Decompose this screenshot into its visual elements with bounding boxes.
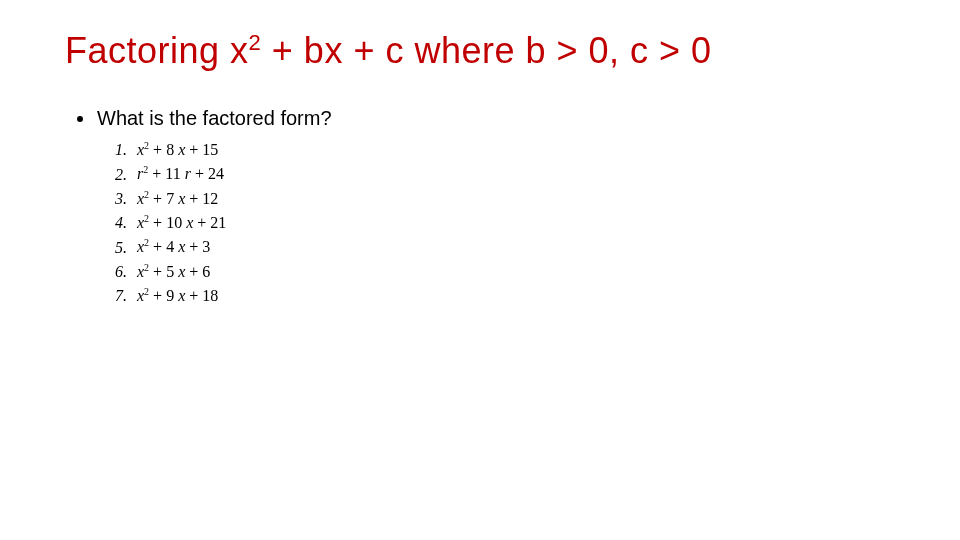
- item-number: 1.: [115, 138, 137, 162]
- list-item: 2.r2 + 11 r + 24: [115, 162, 895, 186]
- problem-list: 1.x2 + 8 x + 152.r2 + 11 r + 243.x2 + 7 …: [115, 138, 895, 308]
- title-prefix: Factoring x: [65, 30, 249, 71]
- item-expression: x2 + 7 x + 12: [137, 187, 218, 211]
- question-row: What is the factored form?: [77, 107, 895, 130]
- item-number: 2.: [115, 163, 137, 187]
- item-number: 3.: [115, 187, 137, 211]
- item-expression: x2 + 5 x + 6: [137, 260, 210, 284]
- title-suffix: + bx + c where b > 0, c > 0: [261, 30, 711, 71]
- list-item: 3.x2 + 7 x + 12: [115, 187, 895, 211]
- list-item: 5.x2 + 4 x + 3: [115, 235, 895, 259]
- item-number: 7.: [115, 284, 137, 308]
- item-expression: x2 + 9 x + 18: [137, 284, 218, 308]
- page-title: Factoring x2 + bx + c where b > 0, c > 0: [65, 30, 895, 72]
- list-item: 1.x2 + 8 x + 15: [115, 138, 895, 162]
- item-number: 6.: [115, 260, 137, 284]
- list-item: 6.x2 + 5 x + 6: [115, 260, 895, 284]
- item-expression: r2 + 11 r + 24: [137, 162, 224, 186]
- list-item: 7.x2 + 9 x + 18: [115, 284, 895, 308]
- item-expression: x2 + 10 x + 21: [137, 211, 226, 235]
- item-number: 5.: [115, 236, 137, 260]
- title-sup: 2: [249, 30, 262, 55]
- question-text: What is the factored form?: [97, 107, 332, 130]
- list-item: 4.x2 + 10 x + 21: [115, 211, 895, 235]
- bullet-icon: [77, 116, 83, 122]
- item-number: 4.: [115, 211, 137, 235]
- content-area: What is the factored form? 1.x2 + 8 x + …: [77, 107, 895, 308]
- item-expression: x2 + 8 x + 15: [137, 138, 218, 162]
- item-expression: x2 + 4 x + 3: [137, 235, 210, 259]
